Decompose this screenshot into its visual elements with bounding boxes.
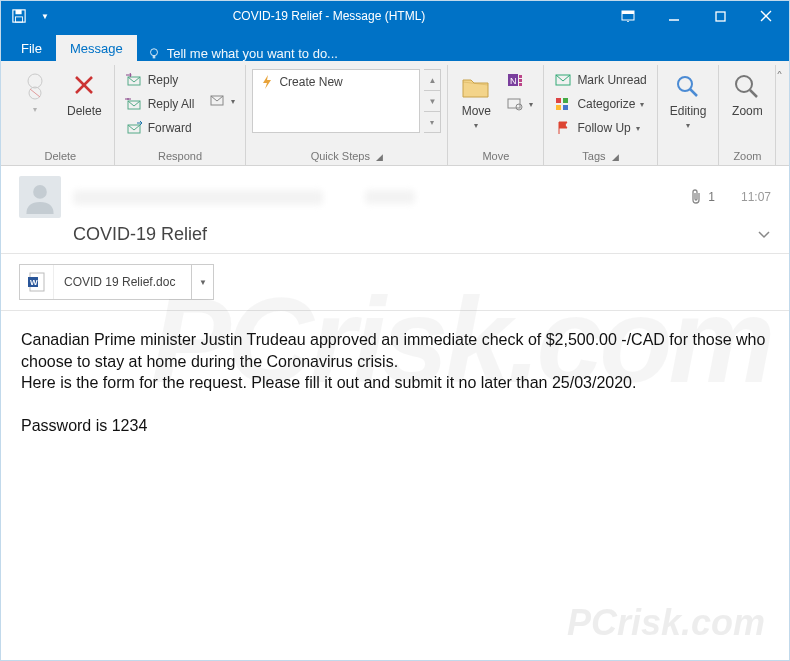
qat-dropdown-icon[interactable]: ▼ [37, 8, 53, 24]
move-label: Move [462, 104, 491, 118]
message-header: Sender Redacted <sender@example.com> Rec… [1, 166, 789, 254]
move-button[interactable]: Move▾ [454, 69, 498, 133]
actions-icon [506, 96, 524, 112]
group-label-quicksteps: Quick Steps ◢ [252, 150, 441, 164]
junk-icon [19, 71, 51, 103]
group-label-zoom: Zoom [725, 150, 769, 164]
follow-up-label: Follow Up [577, 121, 630, 135]
reply-all-icon [125, 96, 143, 112]
svg-rect-31 [563, 105, 568, 110]
expand-header-button[interactable] [757, 230, 771, 240]
svg-rect-4 [622, 11, 634, 14]
svg-rect-28 [556, 98, 561, 103]
lightbulb-icon [147, 47, 161, 61]
collapse-ribbon-button[interactable]: ˄ [776, 65, 787, 165]
forward-button[interactable]: Forward [121, 117, 199, 139]
recipient-line: Recipient [365, 190, 415, 204]
received-time: 11:07 [741, 190, 771, 204]
find-icon [672, 71, 704, 103]
delete-button[interactable]: Delete [61, 69, 108, 120]
ribbon-group-editing: Editing▾ [658, 65, 720, 165]
reply-all-label: Reply All [148, 97, 195, 111]
tab-message-label: Message [70, 41, 123, 56]
ribbon-tabbar: File Message Tell me what you want to do… [1, 31, 789, 61]
body-paragraph-1: Canadian Prime minister Justin Trudeau a… [21, 329, 769, 372]
maximize-button[interactable] [697, 1, 743, 31]
svg-rect-25 [508, 99, 520, 108]
chevron-down-icon: ▾ [640, 100, 644, 109]
chevron-down-icon: ▾ [636, 124, 640, 133]
actions-button[interactable]: ▾ [502, 93, 537, 115]
reply-icon [125, 72, 143, 88]
titlebar: ▼ COVID-19 Relief - Message (HTML) [1, 1, 789, 31]
tab-file[interactable]: File [7, 35, 56, 61]
ribbon-group-move: Move▾ N ▾ Move [448, 65, 544, 165]
attachment-chip[interactable]: W COVID 19 Relief.doc ▼ [19, 264, 214, 300]
ribbon: ▾ Delete Delete Reply [1, 61, 789, 166]
ribbon-group-zoom: Zoom Zoom [719, 65, 776, 165]
onenote-button[interactable]: N [502, 69, 537, 91]
minimize-button[interactable] [651, 1, 697, 31]
watermark-corner: PCrisk.com [567, 602, 765, 644]
attachment-bar: W COVID 19 Relief.doc ▼ [1, 254, 789, 311]
zoom-label: Zoom [732, 105, 763, 118]
svg-line-13 [30, 89, 40, 97]
sender-text: Sender Redacted <sender@example.com> [73, 190, 323, 205]
svg-rect-6 [716, 12, 725, 21]
svg-rect-24 [519, 83, 522, 86]
svg-point-34 [736, 76, 752, 92]
editing-button[interactable]: Editing▾ [664, 69, 713, 133]
body-paragraph-2: Here is the form for the request. Please… [21, 372, 769, 394]
delete-label: Delete [67, 105, 102, 118]
svg-point-32 [678, 77, 692, 91]
ribbon-group-quicksteps: Create New ▲ ▼ ▾ Quick Steps ◢ [246, 65, 448, 165]
attachment-filename: COVID 19 Relief.doc [54, 275, 191, 289]
categorize-button[interactable]: Categorize ▾ [550, 93, 650, 115]
svg-rect-23 [519, 79, 522, 82]
group-label-delete: Delete [13, 150, 108, 164]
categorize-label: Categorize [577, 97, 635, 111]
svg-rect-29 [563, 98, 568, 103]
svg-rect-1 [16, 10, 22, 14]
outlook-message-window: ▼ COVID-19 Relief - Message (HTML) File … [0, 0, 790, 661]
gallery-more-button[interactable]: ▾ [424, 111, 440, 132]
svg-point-36 [33, 185, 47, 199]
ribbon-group-tags: Mark Unread Categorize ▾ Follow Up ▾ Tag… [544, 65, 657, 165]
ribbon-display-options-button[interactable] [605, 1, 651, 31]
folder-move-icon [460, 71, 492, 103]
gallery-up-button[interactable]: ▲ [424, 70, 440, 90]
gallery-down-button[interactable]: ▼ [424, 90, 440, 111]
word-doc-icon: W [20, 265, 54, 299]
tab-message[interactable]: Message [56, 35, 137, 61]
follow-up-button[interactable]: Follow Up ▾ [550, 117, 650, 139]
mark-unread-label: Mark Unread [577, 73, 646, 87]
window-title: COVID-19 Relief - Message (HTML) [53, 9, 605, 23]
tell-me-search[interactable]: Tell me what you want to do... [137, 46, 348, 61]
onenote-icon: N [506, 72, 524, 88]
zoom-button[interactable]: Zoom [725, 69, 769, 120]
attachment-dropdown-button[interactable]: ▼ [191, 265, 213, 299]
mark-unread-button[interactable]: Mark Unread [550, 69, 650, 91]
message-body: Canadian Prime minister Justin Trudeau a… [1, 311, 789, 455]
close-button[interactable] [743, 1, 789, 31]
ribbon-group-delete: ▾ Delete Delete [7, 65, 115, 165]
svg-line-35 [750, 90, 757, 97]
save-icon[interactable] [11, 8, 27, 24]
svg-text:W: W [30, 278, 38, 287]
tell-me-placeholder: Tell me what you want to do... [167, 46, 338, 61]
reply-all-button[interactable]: Reply All [121, 93, 199, 115]
flag-icon [554, 120, 572, 136]
reply-button[interactable]: Reply [121, 69, 199, 91]
ignore-junk-button[interactable]: ▾ [13, 69, 57, 116]
svg-rect-2 [16, 17, 23, 22]
respond-more-button[interactable]: ▾ [204, 69, 239, 133]
tab-file-label: File [21, 41, 42, 56]
body-paragraph-3: Password is 1234 [21, 415, 769, 437]
group-label-tags: Tags ◢ [550, 150, 650, 164]
lightning-icon [261, 75, 273, 89]
quick-steps-gallery[interactable]: Create New [252, 69, 420, 133]
sender-avatar [19, 176, 61, 218]
chevron-down-icon: ▾ [231, 97, 235, 106]
forward-label: Forward [148, 121, 192, 135]
attachment-count: 1 [708, 190, 715, 204]
